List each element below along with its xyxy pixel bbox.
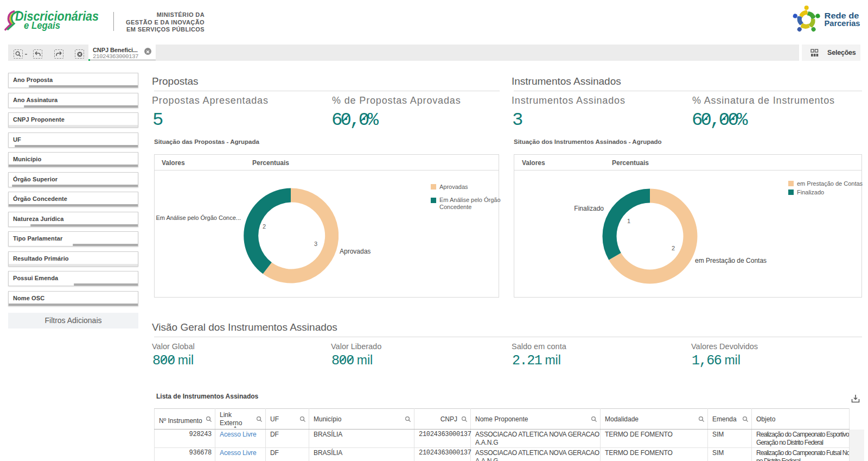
svg-text:Parcerias: Parcerias	[825, 18, 860, 28]
svg-text:e Legais: e Legais	[24, 20, 60, 31]
